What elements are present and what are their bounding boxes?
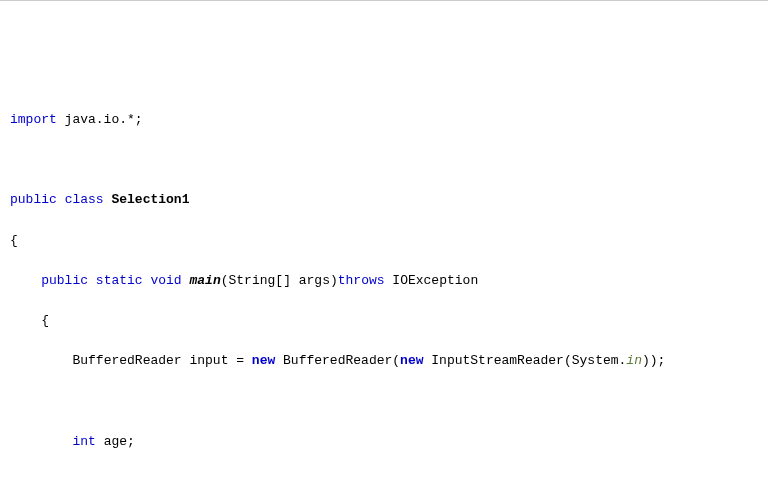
line-open-brace: { (10, 311, 758, 331)
line-main-decl: public static void main(String[] args)th… (10, 271, 758, 291)
line-import: import java.io.*; (10, 110, 758, 130)
line-bufreader: BufferedReader input = new BufferedReade… (10, 351, 758, 371)
line-open-brace: { (10, 231, 758, 251)
line-blank (10, 472, 758, 492)
line-class-decl: public class Selection1 (10, 190, 758, 210)
code-block: import java.io.*; public class Selection… (10, 90, 758, 500)
line-blank (10, 392, 758, 412)
line-int-age: int age; (10, 432, 758, 452)
line-blank (10, 150, 758, 170)
